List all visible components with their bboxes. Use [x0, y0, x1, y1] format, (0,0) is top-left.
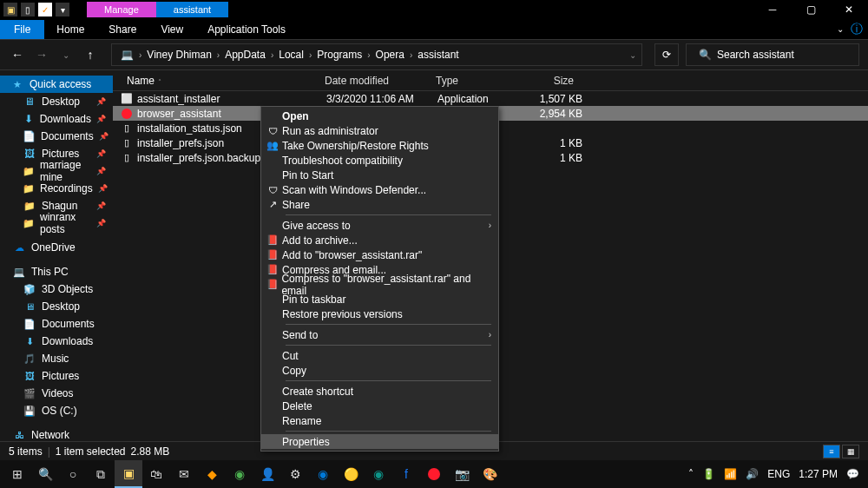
sidebar-network[interactable]: 🖧Network — [0, 426, 113, 441]
share-tab[interactable]: Share — [96, 20, 148, 39]
sidebar-item[interactable]: ⬇Downloads — [0, 333, 113, 350]
file-menu[interactable]: File — [0, 20, 44, 39]
col-name[interactable]: Name˄ — [120, 75, 318, 87]
back-button[interactable]: ← — [9, 48, 26, 62]
context-menu-item[interactable]: Send to› — [261, 327, 498, 342]
sidebar-item[interactable]: 📁winranx posts📌 — [0, 214, 113, 232]
context-menu-item[interactable]: Restore previous versions — [261, 307, 498, 321]
battery-icon[interactable]: 🔋 — [702, 468, 715, 480]
sidebar-item[interactable]: 📁Recordings📌 — [0, 180, 113, 197]
home-tab[interactable]: Home — [44, 20, 96, 39]
context-menu-item[interactable]: Create shortcut — [261, 384, 498, 399]
context-menu-item[interactable]: 👥Take Ownership/Restore Rights — [261, 138, 498, 153]
details-view-button[interactable]: ≡ — [823, 445, 840, 458]
maximize-button[interactable]: ▢ — [792, 0, 830, 19]
sidebar-item[interactable]: 🖥Desktop📌 — [0, 93, 113, 110]
context-menu-item[interactable]: 📕Compress to "browser_assistant.rar" and… — [261, 277, 498, 292]
sidebar-onedrive[interactable]: ☁OneDrive — [0, 239, 113, 256]
qat-dropdown-icon[interactable]: ▾ — [56, 3, 69, 16]
sidebar-item[interactable]: 📄Documents📌 — [0, 128, 113, 145]
sidebar-item[interactable]: 📄Documents — [0, 315, 113, 333]
file-row[interactable]: ⬜assistant_installer3/3/2020 11:06 AMApp… — [113, 91, 868, 106]
edge-taskbar-icon[interactable]: ◉ — [309, 460, 337, 488]
explorer-taskbar-icon[interactable]: ▣ — [115, 460, 142, 488]
facebook-taskbar-icon[interactable]: f — [392, 460, 420, 488]
status-size: 2.88 MB — [131, 445, 170, 458]
sidebar-item[interactable]: 📁marriage mine📌 — [0, 162, 113, 180]
context-menu-item[interactable]: 📕Add to "browser_assistant.rar" — [261, 247, 498, 262]
bc-pc-icon[interactable]: 💻 — [117, 49, 137, 61]
refresh-button[interactable]: ⟳ — [654, 43, 679, 66]
sidebar-item[interactable]: 🧊3D Objects — [0, 280, 113, 298]
bc-segment[interactable]: Opera — [372, 49, 408, 61]
sidebar-item[interactable]: ⬇Downloads📌 — [0, 110, 113, 128]
bc-segment[interactable]: AppData — [221, 49, 269, 61]
minimize-button[interactable]: ─ — [753, 0, 792, 19]
edge-dev-taskbar-icon[interactable]: ◉ — [365, 460, 392, 488]
qat-icon[interactable]: ▯ — [21, 3, 35, 16]
settings-taskbar-icon[interactable]: ⚙ — [281, 460, 309, 488]
notifications-icon[interactable]: 💬 — [846, 468, 859, 480]
col-date[interactable]: Date modified — [318, 75, 429, 87]
bc-segment[interactable]: Local — [275, 49, 307, 61]
context-menu-item[interactable]: Troubleshoot compatibility — [261, 153, 498, 168]
qat-check-icon[interactable]: ✓ — [38, 3, 52, 16]
close-button[interactable]: ✕ — [830, 0, 868, 19]
context-menu-item[interactable]: Properties — [261, 434, 498, 449]
volume-icon[interactable]: 🔊 — [746, 468, 759, 480]
start-button[interactable]: ⊞ — [3, 460, 31, 488]
sidebar-this-pc[interactable]: 💻This PC — [0, 263, 113, 280]
ribbon-expand-icon[interactable]: ⌄ — [837, 24, 844, 34]
search-input[interactable]: 🔍 Search assistant — [686, 43, 859, 66]
sidebar-item[interactable]: 💾OS (C:) — [0, 402, 113, 419]
app-taskbar-icon[interactable]: 📷 — [448, 460, 476, 488]
clock[interactable]: 1:27 PM — [799, 468, 838, 480]
cortana-button[interactable]: ○ — [59, 460, 87, 488]
bc-dropdown-icon[interactable]: ⌄ — [629, 50, 636, 60]
context-menu-item[interactable]: Cut — [261, 348, 498, 363]
sidebar-item[interactable]: 🖥Desktop — [0, 298, 113, 315]
paint-taskbar-icon[interactable]: 🎨 — [476, 460, 503, 488]
store-taskbar-icon[interactable]: 🛍 — [142, 460, 170, 488]
tray-up-icon[interactable]: ˄ — [688, 468, 694, 480]
sidebar-item[interactable]: 🎵Music — [0, 350, 113, 367]
context-menu-item[interactable]: 📕Add to archive... — [261, 233, 498, 247]
app-taskbar-icon[interactable]: ◉ — [226, 460, 253, 488]
breadcrumb[interactable]: 💻 › Viney Dhiman› AppData› Local› Progra… — [111, 43, 642, 66]
wifi-icon[interactable]: 📶 — [724, 468, 737, 480]
context-menu-item[interactable]: Delete — [261, 399, 498, 413]
bc-segment[interactable]: Viney Dhiman — [143, 49, 214, 61]
opera-taskbar-icon[interactable] — [420, 460, 448, 488]
app-taskbar-icon[interactable]: 👤 — [253, 460, 281, 488]
context-menu-item[interactable]: Pin to Start — [261, 168, 498, 182]
ribbon-context-tab[interactable]: Manage — [87, 2, 156, 17]
app-tools-tab[interactable]: Application Tools — [195, 20, 298, 39]
bc-segment[interactable]: assistant — [414, 49, 462, 61]
lang-indicator[interactable]: ENG — [767, 468, 790, 480]
sidebar-quick-access[interactable]: ★Quick access — [0, 76, 113, 93]
context-menu-item[interactable]: Open — [261, 109, 498, 123]
context-menu-item[interactable]: 🛡Run as administrator — [261, 123, 498, 138]
col-type[interactable]: Type — [429, 75, 520, 87]
app-taskbar-icon[interactable]: ◆ — [198, 460, 226, 488]
sidebar-item[interactable]: 🖼Pictures — [0, 367, 113, 385]
bc-segment[interactable]: Programs — [313, 49, 365, 61]
sidebar-item[interactable]: 🎬Videos — [0, 385, 113, 402]
view-tab[interactable]: View — [148, 20, 195, 39]
forward-button[interactable]: → — [33, 48, 50, 62]
context-menu-item[interactable]: Rename — [261, 413, 498, 428]
task-view-button[interactable]: ⧉ — [87, 460, 115, 488]
up-button[interactable]: ↑ — [82, 48, 99, 62]
help-button[interactable]: ⓘ — [851, 22, 863, 37]
context-menu-item[interactable]: 🛡Scan with Windows Defender... — [261, 182, 498, 197]
nav-sidebar[interactable]: ★Quick access 🖥Desktop📌⬇Downloads📌📄Docum… — [0, 70, 113, 441]
context-menu-item[interactable]: ↗Share — [261, 197, 498, 212]
context-menu-item[interactable]: Give access to› — [261, 218, 498, 233]
thumbs-view-button[interactable]: ▦ — [842, 445, 859, 458]
col-size[interactable]: Size — [520, 75, 581, 87]
search-button[interactable]: 🔍 — [31, 460, 59, 488]
mail-taskbar-icon[interactable]: ✉ — [170, 460, 198, 488]
recent-dropdown[interactable]: ⌄ — [57, 50, 75, 60]
context-menu-item[interactable]: Copy — [261, 363, 498, 378]
chrome-taskbar-icon[interactable]: 🟡 — [337, 460, 365, 488]
